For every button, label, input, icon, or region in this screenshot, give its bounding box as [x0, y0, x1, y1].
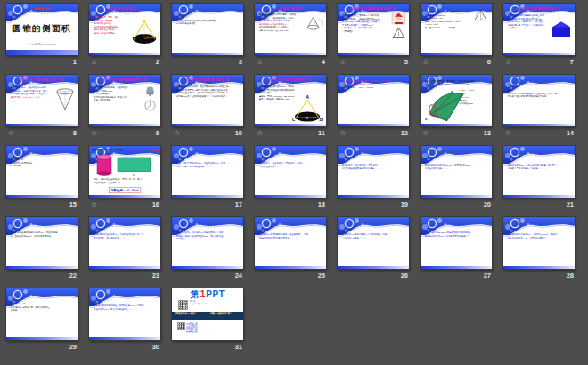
slide-thumbnail[interactable]: 圆锥知识知多少？◆圆锥的顶点、母线、侧面◆圆锥的高与轴截面◆圆锥的底面半径 r◆…: [89, 4, 160, 55]
slide-thumbnail[interactable]: 已知圆锥的底面半径与母线长之比为1∶2，则它的侧面展开图扇形的圆心角为（ C ）…: [338, 75, 409, 126]
text-line: 需要多少平方米的篷布？结果是＿＿＿＿。: [508, 166, 571, 169]
cone-labeled-figure: ACBO: [292, 94, 323, 123]
slide-cell: 如图，圆锥中母线长为5cm，底面半径为3cm，高为4cm，则这个圆锥的侧面积是＿…: [172, 146, 243, 211]
slide-meta: ☆11: [255, 126, 326, 140]
text-block: 由半径为9cm的半圆围成一个圆锥的侧面，则这个圆锥的全面积是（ ）: [342, 233, 405, 239]
animation-indicator-icon: ☆: [422, 130, 429, 137]
text-line: 心角）加工而成的。: [94, 99, 139, 101]
slide-thumbnail[interactable]: 生活中的圆锥侧面积计算练习 要为圆锥形帐篷的顶部铺上防雨布，已知顶部圆锥的底面直…: [503, 4, 575, 55]
text-block: 已知圆锥中，底面半径为r，母线长为l，高为h，则它的全面积是＿＿＿＿。: [259, 162, 323, 168]
bottom-accent-bar: [421, 195, 492, 198]
text-line: 则它的侧面展开图扇形的圆心角是＿＿＿＿。: [342, 166, 405, 169]
slide-thumbnail[interactable]: 由半径为9cm的半圆围成一个圆锥的侧面，则这个圆锥的全面积是（ ）: [338, 217, 409, 269]
footer-link[interactable]: PPT教程下载: [186, 329, 213, 332]
text-block: 已知圆锥中，底面半径为r、母线长为l，则它的侧面展开图扇形的圆心角是＿＿＿＿。: [342, 164, 405, 170]
bottom-accent-bar: [89, 337, 160, 340]
text-line: 2. 转化思想。: [11, 165, 74, 167]
animation-indicator-icon: ☆: [257, 130, 263, 137]
slide-thumbnail[interactable]: 已知圆锥的底面半径为9m，高是底面半径的一半，求得它的母线，那么侧面积是＿＿＿＿…: [89, 217, 160, 269]
slide-thumbnail[interactable]: 把一个面积为22.5πcm²的扇形围成小圆锥的侧面，已知扇形半径为6cm，则圆锥…: [421, 217, 492, 269]
slide-thumbnail[interactable]: 若圆锥的侧面展开图是圆心角为45°、半径为r的扇形，且其面积为3πcm²，则该圆…: [6, 217, 78, 269]
slide-number: 29: [69, 344, 77, 351]
text-block: 解析：将圆锥沿母线AB剪开展开，小猫沿侧面展开图中的线段BP走最近。由题意 AB…: [425, 80, 488, 86]
text-block: 记忆：如果圆柱底面半径为r，母线（高）为l，那么圆柱的侧面积＝底面周长×高。: [94, 178, 157, 184]
slide-thumbnail[interactable]: 屋顶知多少：1.直角三角形旋转所得的几何体及其轴截面；2.圆锥的侧面展开图。: [172, 4, 243, 55]
bottom-accent-bar: [503, 195, 575, 198]
bottom-accent-bar: [89, 53, 160, 55]
svg-text:C: C: [292, 117, 296, 122]
slide-thumbnail[interactable]: 已知圆锥的侧面积为65π cm²，若母线长为13cm，则底面圆的半径是＿＿＿＿。: [421, 146, 492, 198]
edition-label: 浙教版 数学: [6, 6, 78, 11]
bottom-accent-bar: [338, 266, 409, 269]
text-block: 小结：本节课学习了圆锥的侧面积与全面积的计算公式，要求大家掌握公式的推导过程并能…: [508, 89, 571, 98]
svg-text:A: A: [305, 94, 309, 100]
funnel-figure: [55, 87, 75, 111]
slide-meta: ☆6: [421, 55, 492, 69]
slide-meta: 17: [172, 198, 243, 211]
slide-thumbnail[interactable]: 已知圆锥中，底面半径为r、母线长为l，则它的侧面展开图扇形的圆心角是＿＿＿＿。: [338, 146, 409, 198]
slide-cell: 圆锥的侧面积把圆锥的侧面沿一条母线剪开，展开在一个平面上，侧面展开图是一个扇形。…: [255, 4, 326, 69]
slide-cell: 已知Rt△ABC中，∠C＝90°，AC＝4，BC＝3，将它绕斜边AB旋转一周，所…: [6, 288, 78, 353]
text-block: 已知圆锥的底面半径与母线长之比为1∶2，则它的侧面展开图扇形的圆心角为（ C ）…: [342, 80, 405, 89]
slide-thumbnail[interactable]: 要做底面半径5m、高为6m的圆锥形帐篷，那么至少需要多少平方米的篷布？结果是＿＿…: [503, 146, 575, 198]
slide-meta: 30: [89, 340, 160, 353]
slide-thumbnail[interactable]: 生活中与圆锥有关的计算例 圣诞老人头上戴的是一个圆锥形纸帽（不计接缝），已知帽底…: [338, 4, 409, 55]
slide-number: 12: [401, 130, 408, 137]
slide-thumbnail[interactable]: 生活中的圆锥侧面积计算如图，有一圆锥形粮堆，其正视图是边长为6m的正三角形ABC…: [172, 75, 243, 126]
slide-number: 6: [487, 59, 491, 66]
slide-number: 24: [235, 272, 242, 280]
slide-thumbnail[interactable]: 小结：本节课学习了圆锥的侧面积与全面积的计算公式，要求大家掌握公式的推导过程并能…: [503, 75, 575, 126]
slide-thumbnail[interactable]: 解：设圆锥的底面半径为r，母线长为l，则 r＝9cm，l＝30cm，c＝2πr＝…: [421, 4, 492, 55]
slide-thumbnail[interactable]: 已知扇形的圆心角为216°，面积为240πcm²，围成圆锥后底面半径为＿cm，则…: [503, 217, 575, 269]
slide-thumbnail[interactable]: 已知圆锥中，底面半径为r，母线长为l，高为h，则它的全面积是＿＿＿＿。: [255, 146, 326, 198]
slide-cell: 若圆锥的侧面展开图是圆心角为45°、半径为r的扇形，且其面积为3πcm²，则该圆…: [6, 217, 78, 282]
template-wave-decoration: [255, 146, 326, 198]
slide-thumbnail[interactable]: 浙教版 数学圆锥的侧面积第一PPT模板网 WWW.1PPT.COM: [6, 4, 78, 55]
slide-number: 1: [73, 59, 77, 66]
cone-dark-figure: O: [131, 19, 158, 45]
bottom-accent-bar: [255, 124, 326, 126]
slide-meta: 28: [503, 269, 575, 282]
slide-thumbnail[interactable]: 把圆锥的一条母线剪开后展开（侧面展开图），得到的扇形的半径等于圆锥的母线长（ ）: [255, 217, 326, 269]
slide-thumbnail[interactable]: 把一个半径为r、圆心角为90°的扇形围成一个圆锥的侧面，若这个扇形的半径为3cm…: [172, 217, 243, 269]
slide-number: 11: [318, 130, 325, 137]
bottom-accent-bar: [6, 124, 78, 126]
slide-thumbnail[interactable]: 如图，圆锥中母线长为5cm，底面半径为3cm，高为4cm，则这个圆锥的侧面积是＿…: [172, 146, 243, 198]
slide-thumbnail[interactable]: 解析：将圆锥沿母线AB剪开展开，小猫沿侧面展开图中的线段BP走最近。由题意 AB…: [421, 75, 492, 126]
slide-title: 圆锥知识知多少？: [89, 6, 160, 12]
slide-thumbnail[interactable]: 已知扇形围成圆锥的侧面，其母线长是10cm，圆锥的底面半径为6cm，那么它的侧面…: [89, 288, 160, 340]
text-block: 解：设圆锥的底面半径为r，母线长为l，则 r＝9cm，l＝30cm，c＝2πr＝…: [425, 11, 470, 29]
slide-cell: 生活中的圆锥侧面积计算练习 要为圆锥形帐篷的顶部铺上防雨布，已知顶部圆锥的底面直…: [503, 4, 575, 69]
text-line: ◆（答案：60π m²）: [508, 27, 553, 29]
slide-number: 16: [152, 201, 159, 208]
slide-thumbnail[interactable]: 已知Rt△ABC中，∠C＝90°，AC＝4，BC＝3，将它绕斜边AB旋转一周，所…: [6, 288, 78, 340]
animation-indicator-icon: ☆: [339, 59, 346, 66]
text-block: 已知扇形围成圆锥的侧面，其母线长是10cm，圆锥的底面半径为6cm，那么它的侧面…: [94, 304, 157, 311]
svg-text:r: r: [481, 17, 483, 20]
banner-main: 想要更多精品PPT模板？: [175, 312, 206, 315]
slide-cell: 已知圆锥的底面半径为9m，高是底面半径的一半，求得它的母线，那么侧面积是＿＿＿＿…: [89, 217, 160, 282]
slide-thumbnail[interactable]: 生活中的圆锥侧面积计算有一个圆锥形的烟囱帽，底面半径为20cm，母线长40cm。…: [89, 75, 160, 126]
slide-thumbnail[interactable]: 圆锥的侧面积把圆锥的侧面沿一条母线剪开，展开在一个平面上，侧面展开图是一个扇形。…: [255, 4, 326, 55]
slide-thumbnail[interactable]: 第1PPT扫一扫关注官方微信公众号扫一扫访问手机版网站想要更多精品PPT模板？请…: [172, 288, 243, 340]
slide-meta: ☆2: [89, 55, 160, 69]
text-block: 如图，圆锥中母线长为5cm，底面半径为3cm，高为4cm，则这个圆锥的侧面积是＿…: [176, 162, 240, 168]
slide-meta: ☆5: [338, 55, 409, 69]
slide-number: 21: [567, 201, 574, 208]
slide-cell: 已知圆锥的底面半径与母线长之比为1∶2，则它的侧面展开图扇形的圆心角为（ C ）…: [338, 75, 409, 140]
return-link[interactable]: 返回: [152, 148, 159, 152]
template-wave-decoration: [338, 217, 409, 269]
template-wave-decoration: [503, 146, 575, 198]
slide-number: 3: [239, 59, 242, 66]
svg-text:B: B: [425, 117, 428, 121]
svg-text:B: B: [320, 117, 323, 122]
slide-thumbnail[interactable]: 生活中的圆锥侧面积计算已知圆锥的底面半径为30cm，母线长50cm，求它的侧面积…: [255, 75, 326, 126]
text-block: 已知Rt△ABC中，∠C＝90°，AC＝4，BC＝3，将它绕斜边AB旋转一周，所…: [11, 303, 74, 312]
svg-text:O: O: [306, 116, 308, 120]
slide-number: 17: [235, 201, 242, 208]
slide-thumbnail[interactable]: 生活中的圆锥侧面积计算做一个高为8cm、底面半径为6cm的圆锥形纸漏斗，如果不计…: [6, 75, 78, 126]
slide-thumbnail[interactable]: 圆柱的侧面展开图是一个长方形。返回记忆：如果圆柱底面半径为r，母线（高）为l，那…: [89, 146, 160, 198]
bottom-accent-bar: [503, 53, 575, 55]
text-line: 圆柱的侧面积＝底面周长×高。: [94, 181, 157, 183]
slide-thumbnail[interactable]: 谈谈你的收获：1. 如何求一条母线的长；2. 转化思想。: [6, 146, 78, 198]
